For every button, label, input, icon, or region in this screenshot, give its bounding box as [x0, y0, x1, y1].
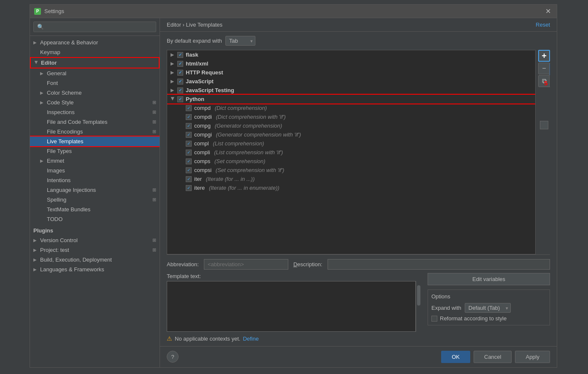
chevron-right-icon: ▶	[33, 40, 38, 45]
sidebar-item-label: File Encodings	[47, 128, 83, 135]
sidebar-item-languages[interactable]: ▶ Languages & Frameworks	[30, 265, 160, 274]
sidebar-item-keymap[interactable]: Keymap 1	[30, 47, 160, 57]
dropdown-item-template-group[interactable]: 2. Template Group...	[550, 75, 550, 87]
help-button[interactable]: ?	[167, 351, 179, 363]
template-compg[interactable]: ✓ compg (Generator comprehension)	[167, 121, 535, 130]
checkbox-compdi[interactable]: ✓	[186, 114, 192, 120]
template-compgi[interactable]: ✓ compgi (Generator comprehension with '…	[167, 130, 535, 139]
sidebar-item-todo[interactable]: TODO	[30, 214, 160, 224]
template-desc-comps: (Set comprehension)	[213, 158, 265, 164]
sidebar-item-build[interactable]: ▶ Build, Execution, Deployment	[30, 255, 160, 265]
sidebar-item-inspections[interactable]: Inspections ⊞	[30, 107, 160, 117]
chevron-right-icon: ▶	[33, 257, 38, 262]
sidebar-item-filetypes[interactable]: File Types	[30, 146, 160, 156]
sidebar-item-label: Spelling	[47, 197, 66, 203]
search-input[interactable]	[33, 22, 156, 32]
cancel-button[interactable]: Cancel	[474, 351, 512, 363]
sidebar-item-plugins[interactable]: Plugins	[30, 226, 160, 235]
checkbox-compgi[interactable]: ✓	[186, 132, 192, 138]
sidebar-item-appearance[interactable]: ▶ Appearance & Behavior	[30, 38, 160, 47]
expand-with-label: Expand with	[431, 305, 461, 311]
sidebar-item-projecttest[interactable]: ▶ Project: test ⊞	[30, 245, 160, 255]
chevron-right-icon: ▶	[40, 100, 44, 105]
checkbox-iter[interactable]: ✓	[186, 176, 192, 182]
sidebar-tree: ▶ Appearance & Behavior Keymap 1 ▶ Edito…	[30, 36, 160, 367]
template-compli[interactable]: ✓ compli (List comprehension with 'if')	[167, 148, 535, 157]
group-checkbox-flask[interactable]: ✓	[177, 52, 183, 58]
group-flask[interactable]: ▶ ✓ flask	[167, 50, 535, 59]
reformat-checkbox[interactable]	[431, 316, 437, 322]
abbreviation-input[interactable]	[204, 259, 288, 270]
copy-button[interactable]: ⧉	[538, 75, 550, 87]
description-label: Description:	[293, 261, 322, 268]
group-checkbox-python[interactable]: ✓	[177, 96, 183, 102]
group-checkbox-htmlxml[interactable]: ✓	[177, 61, 183, 67]
scrollbar[interactable]	[416, 281, 421, 332]
template-desc-itere: (Iterate (for ... in enumerate))	[207, 185, 279, 191]
field-row-abbr-desc: Abbreviation: Description:	[167, 259, 550, 270]
close-button[interactable]: ✕	[544, 7, 553, 15]
group-checkbox-javascript[interactable]: ✓	[177, 79, 183, 85]
sidebar-item-font[interactable]: Font	[30, 78, 160, 88]
checkbox-comps[interactable]: ✓	[186, 158, 192, 164]
sidebar-item-general[interactable]: ▶ General	[30, 68, 160, 78]
sidebar-item-versioncontrol[interactable]: ▶ Version Control ⊞	[30, 235, 160, 245]
checkbox-compl[interactable]: ✓	[186, 141, 192, 147]
template-itere[interactable]: ✓ itere (Iterate (for ... in enumerate))	[167, 183, 535, 192]
template-desc-compsi: (Set comprehension with 'if')	[214, 167, 284, 173]
sidebar-item-fileandcode[interactable]: File and Code Templates ⊞	[30, 117, 160, 127]
warning-row: ⚠ No applicable contexts yet. Define	[167, 335, 550, 342]
template-compd[interactable]: ✓ compd (Dict comprehension)	[167, 104, 535, 112]
checkbox-compli[interactable]: ✓	[186, 150, 192, 156]
description-input[interactable]	[328, 259, 550, 270]
expand-with-select[interactable]: Default (Tab) Tab Enter Space	[465, 303, 511, 313]
sidebar-item-emmet[interactable]: ▶ Emmet	[30, 156, 160, 166]
ok-button[interactable]: OK	[441, 351, 470, 363]
apply-button[interactable]: Apply	[515, 351, 550, 363]
sidebar-item-intentions[interactable]: Intentions	[30, 175, 160, 185]
group-httprequest[interactable]: ▶ ✓ HTTP Request	[167, 68, 535, 77]
add-button[interactable]: +	[538, 50, 550, 62]
template-compl[interactable]: ✓ compl (List comprehension)	[167, 139, 535, 148]
edit-variables-button[interactable]: Edit variables	[428, 273, 550, 285]
checkbox-itere[interactable]: ✓	[186, 185, 192, 191]
remove-button[interactable]: −	[538, 63, 550, 74]
sidebar-item-spelling[interactable]: Spelling ⊞	[30, 195, 160, 205]
template-iter[interactable]: ✓ iter (Iterate (for ... in ...))	[167, 175, 535, 183]
group-javascripttesting[interactable]: ▶ ✓ JavaScript Testing 3	[167, 86, 535, 95]
dropdown-item-live-template[interactable]: 1. Live Template	[550, 64, 550, 75]
remove-btn-area[interactable]	[540, 121, 548, 129]
group-checkbox-javascripttesting[interactable]: ✓	[177, 87, 183, 93]
checkbox-compg[interactable]: ✓	[186, 123, 192, 129]
sidebar-item-textmatebundles[interactable]: TextMate Bundles	[30, 205, 160, 214]
sidebar-item-languageinjections[interactable]: Language Injections ⊞	[30, 185, 160, 195]
warning-icon: ⚠	[167, 335, 172, 342]
group-checkbox-httprequest[interactable]: ✓	[177, 70, 183, 76]
group-python[interactable]: ▶ ✓ Python	[167, 95, 535, 104]
breadcrumb-editor: Editor	[167, 22, 181, 28]
checkbox-compsi[interactable]: ✓	[186, 167, 192, 173]
sidebar-item-label: Project: test	[40, 247, 69, 253]
template-textarea[interactable]	[167, 281, 416, 332]
dialog-footer: ? OK Cancel Apply	[160, 346, 557, 367]
sidebar-item-livetemplates[interactable]: Live Templates 2	[30, 136, 160, 146]
sidebar-item-codestyle[interactable]: ▶ Code Style ⊞	[30, 98, 160, 107]
sidebar-item-label: Appearance & Behavior	[40, 39, 98, 46]
checkbox-compd[interactable]: ✓	[186, 105, 192, 111]
expand-select[interactable]: Tab Enter Space	[225, 36, 255, 46]
chevron-down-icon: ▶	[34, 61, 39, 65]
group-htmlxml[interactable]: ▶ ✓ html/xml	[167, 59, 535, 68]
template-comps[interactable]: ✓ comps (Set comprehension)	[167, 157, 535, 166]
sidebar-item-colorscheme[interactable]: ▶ Color Scheme	[30, 88, 160, 98]
sidebar-item-images[interactable]: Images	[30, 166, 160, 175]
define-link[interactable]: Define	[243, 336, 259, 342]
template-name-compl: compl	[194, 140, 209, 147]
sidebar-item-editor[interactable]: ▶ Editor	[30, 57, 160, 68]
sidebar-item-fileencodings[interactable]: File Encodings ⊞	[30, 127, 160, 136]
template-compsi[interactable]: ✓ compsi (Set comprehension with 'if')	[167, 166, 535, 175]
template-compdi[interactable]: ✓ compdi (Dict comprehension with 'if')	[167, 112, 535, 121]
expand-row: By default expand with Tab Enter Space	[167, 36, 550, 46]
group-javascript[interactable]: ▶ ✓ JavaScript	[167, 77, 535, 86]
reset-button[interactable]: Reset	[536, 22, 550, 28]
group-name-httprequest: HTTP Request	[186, 69, 223, 76]
